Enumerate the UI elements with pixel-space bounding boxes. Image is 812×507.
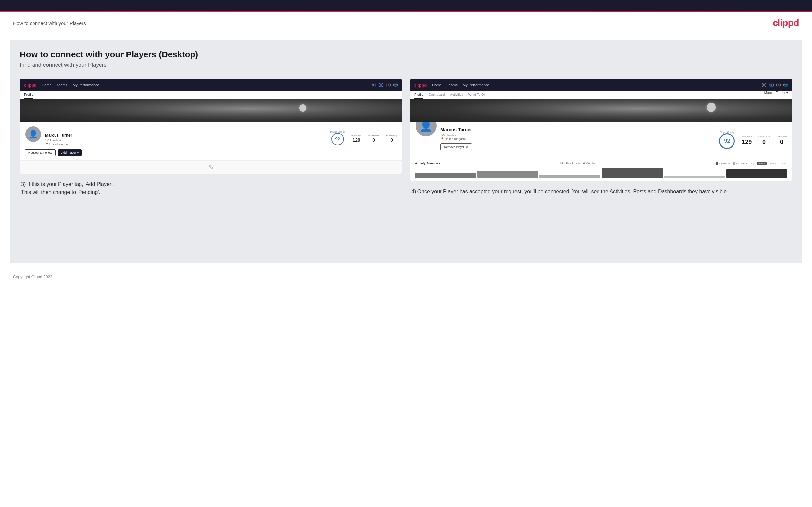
profile-right-info: Marcus Turner 1-5 Handicap 📍 United King… — [441, 126, 472, 150]
app-screenshot-left: clippd Home Teams My Performance 🔍 👤 ⚙ 🌐… — [20, 79, 402, 174]
add-player-button[interactable]: Add Player + — [58, 149, 82, 156]
page-header: How to connect with your Players clippd — [0, 12, 812, 33]
app-screenshot-right: clippd Home Teams My Performance 🔍 👤 ⚙ 🌐… — [410, 79, 792, 181]
nav-link-home-left[interactable]: Home — [42, 83, 51, 87]
player-handicap-right: 1-5 Handicap — [441, 133, 472, 137]
player-handicap-left: 1-5 Handicap — [45, 139, 72, 142]
header-divider — [13, 33, 799, 33]
main-title: How to connect with your Players (Deskto… — [20, 50, 792, 60]
profile-stats-right: 👤 Marcus Turner 1-5 Handicap 📍 United Ki… — [415, 126, 788, 150]
scroll-icon-left: ✎ — [209, 164, 213, 171]
legend-oncourse: On course — [716, 162, 730, 165]
legend-dot-oncourse — [716, 162, 718, 165]
settings-icon-right[interactable]: ⚙ — [776, 83, 781, 87]
time-filters: 1 yr 6 mths 3 mths 1 mth — [750, 162, 788, 165]
stats-row-right: Player Quality 92 Activities 129 Followe… — [719, 126, 788, 150]
golf-banner-right — [410, 100, 792, 122]
activity-period: Monthly Activity · 6 Months — [560, 162, 596, 165]
activity-chart — [415, 168, 788, 177]
time-filter-3mths[interactable]: 3 mths — [768, 162, 777, 165]
app-tabbar-right: Profile Dashboard Activities What To On … — [410, 91, 792, 100]
golf-ball-right — [707, 103, 716, 112]
marcus-dropdown[interactable]: Marcus Turner ▾ — [764, 91, 788, 99]
quality-stat-right: Player Quality 92 — [719, 131, 735, 150]
following-stat-left: Following 0 — [386, 134, 397, 143]
screenshot-right-col: clippd Home Teams My Performance 🔍 👤 ⚙ 🌐… — [410, 79, 792, 196]
golf-banner-left — [20, 100, 402, 122]
caption-left: 3) If this is your Player tap, 'Add Play… — [20, 180, 402, 196]
remove-player-button[interactable]: Remove Player ✕ — [441, 144, 472, 150]
chart-bar-3 — [539, 175, 601, 177]
caption-right: 4) Once your Player has accepted your re… — [410, 188, 792, 195]
activity-legend: On course Off course 1 yr 6 mths 3 mths … — [716, 162, 788, 165]
golf-banner-inner-right — [410, 100, 792, 122]
copyright-text: Copyright Clippd 2022 — [13, 275, 52, 279]
followers-stat-left: Followers 0 — [368, 134, 379, 143]
golf-ball-left — [299, 104, 306, 112]
app-nav-logo-left: clippd — [24, 83, 37, 88]
settings-icon-left[interactable]: ⚙ — [386, 83, 391, 87]
profile-section-right: 👤 Marcus Turner 1-5 Handicap 📍 United Ki… — [410, 122, 792, 158]
quality-circle-left: 92 — [332, 133, 344, 146]
tab-activities-right[interactable]: Activities — [450, 91, 463, 99]
activities-stat-left: Activities 129 — [351, 134, 362, 143]
time-filter-6mths[interactable]: 6 mths — [757, 162, 767, 165]
app-nav-icons-left: 🔍 👤 ⚙ 🌐 — [371, 83, 398, 87]
nav-link-myperformance-left[interactable]: My Performance — [72, 83, 99, 87]
profile-section-left: 👤 Marcus Turner 1-5 Handicap 📍 United Ki… — [20, 122, 402, 161]
legend-offcourse: Off course — [733, 162, 747, 165]
app-navbar-left: clippd Home Teams My Performance 🔍 👤 ⚙ 🌐 — [20, 79, 402, 91]
user-icon-right[interactable]: 👤 — [769, 83, 773, 87]
activity-header: Activity Summary Monthly Activity · 6 Mo… — [415, 162, 788, 165]
time-filter-1mth[interactable]: 1 mth — [779, 162, 788, 165]
quality-stat-left: Player Quality 92 — [331, 130, 345, 146]
clippd-logo: clippd — [773, 18, 799, 28]
page-footer: Copyright Clippd 2022 — [0, 269, 812, 284]
tab-dashboard-right[interactable]: Dashboard — [429, 91, 445, 99]
globe-icon-left[interactable]: 🌐 — [393, 83, 398, 87]
globe-icon-right[interactable]: 🌐 — [783, 83, 788, 87]
page-title: How to connect with your Players — [13, 20, 86, 26]
search-icon-left[interactable]: 🔍 — [371, 83, 376, 87]
avatar-icon-left: 👤 — [28, 130, 38, 139]
screenshots-row: clippd Home Teams My Performance 🔍 👤 ⚙ 🌐… — [20, 79, 792, 196]
player-location-left: 📍 United Kingdom — [45, 143, 72, 146]
nav-link-teams-left[interactable]: Teams — [57, 83, 67, 87]
quality-circle-right: 92 — [719, 133, 735, 149]
activity-title: Activity Summary — [415, 162, 440, 165]
following-stat-right: Following 0 — [776, 135, 788, 146]
legend-dot-offcourse — [733, 162, 735, 165]
main-subtitle: Find and connect with your Players — [20, 62, 792, 68]
player-name-left: Marcus Turner — [45, 133, 72, 137]
activities-stat-right: Activities 129 — [742, 135, 752, 146]
user-icon-left[interactable]: 👤 — [379, 83, 383, 87]
top-bar — [0, 0, 812, 10]
nav-link-home-right[interactable]: Home — [432, 83, 442, 87]
app-nav-icons-right: 🔍 👤 ⚙ 🌐 — [762, 83, 788, 87]
followers-stat-right: Followers 0 — [758, 135, 770, 146]
app-nav-logo-right: clippd — [414, 83, 427, 88]
profile-left-info: Marcus Turner 1-5 Handicap 📍 United King… — [45, 126, 72, 146]
nav-link-myperformance-right[interactable]: My Performance — [463, 83, 490, 87]
chart-bar-4 — [602, 168, 663, 177]
tab-whattoon-right[interactable]: What To On — [468, 91, 486, 99]
tab-profile-left[interactable]: Profile — [24, 91, 33, 99]
main-content: How to connect with your Players (Deskto… — [10, 40, 802, 263]
chart-bar-5 — [664, 176, 725, 177]
tab-profile-right[interactable]: Profile — [414, 91, 423, 99]
activity-summary: Activity Summary Monthly Activity · 6 Mo… — [410, 158, 792, 181]
nav-link-teams-right[interactable]: Teams — [447, 83, 458, 87]
search-icon-right[interactable]: 🔍 — [762, 83, 766, 87]
player-name-right: Marcus Turner — [441, 127, 472, 132]
golf-banner-inner-left — [20, 100, 402, 122]
avatar-left: 👤 — [24, 126, 42, 143]
scroll-area-left: ✎ — [20, 161, 402, 174]
time-filter-1yr[interactable]: 1 yr — [750, 162, 756, 165]
action-buttons-left: Request to Follow Add Player + — [24, 149, 397, 156]
screenshot-left-col: clippd Home Teams My Performance 🔍 👤 ⚙ 🌐… — [20, 79, 402, 196]
chart-bar-6 — [726, 169, 788, 177]
profile-stats-left: 👤 Marcus Turner 1-5 Handicap 📍 United Ki… — [24, 126, 397, 146]
app-tabbar-left: Profile — [20, 91, 402, 100]
request-follow-button[interactable]: Request to Follow — [24, 149, 55, 156]
chart-bar-2 — [477, 171, 539, 177]
